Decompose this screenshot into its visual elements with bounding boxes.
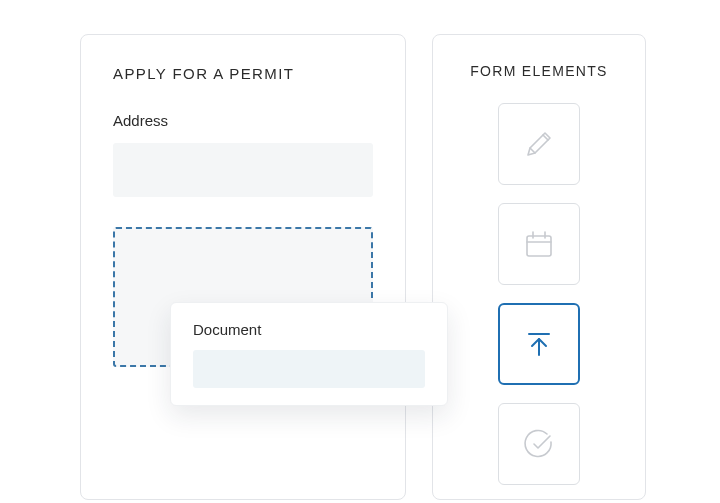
dragging-element-card[interactable]: Document	[170, 302, 448, 406]
address-field: Address	[113, 112, 373, 197]
document-label: Document	[193, 321, 425, 338]
svg-rect-0	[527, 236, 551, 256]
form-panel: APPLY FOR A PERMIT Address	[80, 34, 406, 500]
address-label: Address	[113, 112, 373, 129]
tool-text[interactable]	[498, 103, 580, 185]
document-file-input[interactable]	[193, 350, 425, 388]
calendar-icon	[519, 224, 559, 264]
palette-list	[498, 103, 580, 485]
tool-confirm[interactable]	[498, 403, 580, 485]
upload-icon	[519, 324, 559, 364]
tool-upload[interactable]	[498, 303, 580, 385]
palette-title: FORM ELEMENTS	[470, 63, 607, 79]
form-title: APPLY FOR A PERMIT	[113, 65, 373, 82]
pencil-icon	[519, 124, 559, 164]
address-input[interactable]	[113, 143, 373, 197]
palette-panel: FORM ELEMENTS	[432, 34, 646, 500]
tool-date[interactable]	[498, 203, 580, 285]
check-circle-icon	[519, 424, 559, 464]
